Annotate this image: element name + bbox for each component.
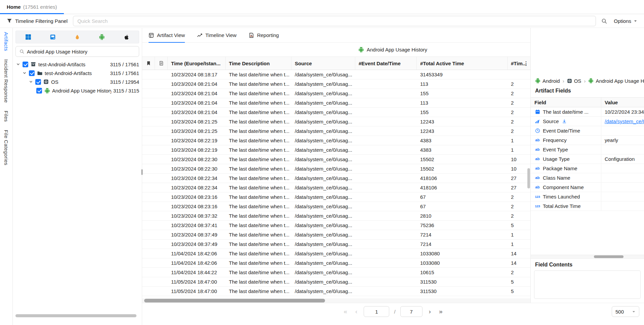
next-page-button[interactable]: › [427,306,433,317]
artifact-search-input[interactable] [27,49,135,55]
table-row[interactable]: 10/23/2024 08:37:41 The last date/time w… [142,221,530,230]
note-cell[interactable] [155,192,168,202]
note-cell[interactable] [155,249,168,258]
table-row[interactable]: 10/23/2024 08:21:04 The last date/time w… [142,98,530,108]
tree-node-folder[interactable]: test-Android-Artifacts 3115 / 17561 [15,69,139,77]
bookmark-cell[interactable] [142,211,155,220]
column-header-time[interactable]: Time (Europe/Istan... [168,57,226,70]
field-row[interactable]: ab Component Name [531,183,644,192]
note-cell[interactable] [155,108,168,117]
tab-home[interactable]: Home (17561 entries) [0,0,64,14]
bookmark-cell[interactable] [142,240,155,249]
column-header-source[interactable]: Source [291,57,355,70]
field-row[interactable]: Source /data/system_ce/0/ [531,117,644,126]
note-cell[interactable] [155,98,168,107]
table-row[interactable]: 10/23/2024 08:21:25 The last date/time w… [142,127,530,136]
table-row[interactable]: 10/23/2024 08:37:32 The last date/time w… [142,211,530,221]
note-cell[interactable] [155,136,168,145]
note-cell[interactable] [155,240,168,249]
horizontal-scrollbar-thumb[interactable] [144,299,325,302]
bookmark-cell[interactable] [142,117,155,126]
checkbox-checked[interactable] [36,88,42,94]
note-cell[interactable] [155,89,168,98]
column-header-time-description[interactable]: Time Description [226,57,291,70]
panel-resize-handle[interactable] [141,169,143,175]
first-page-button[interactable]: « [342,306,349,317]
note-cell[interactable] [155,183,168,192]
note-cell[interactable] [155,258,168,267]
side-tab[interactable]: File Categories [3,130,9,165]
bookmark-cell[interactable] [142,174,155,183]
checkbox-checked[interactable] [23,62,28,67]
options-button[interactable]: Options [612,18,639,24]
bookmark-cell[interactable] [142,249,155,258]
windows-icon[interactable] [16,31,40,43]
note-cell[interactable] [155,202,168,211]
bookmark-cell[interactable] [142,258,155,267]
table-row[interactable]: 10/23/2024 08:22:34 The last date/time w… [142,183,530,192]
table-row[interactable]: 11/04/2024 18:44:22 The last date/time w… [142,268,530,277]
note-cell[interactable] [155,117,168,126]
bookmark-cell[interactable] [142,183,155,192]
vertical-scrollbar-thumb[interactable] [527,168,530,188]
table-row[interactable]: 10/23/2024 08:23:16 The last date/time w… [142,192,530,202]
note-cell[interactable] [155,277,168,286]
prev-page-button[interactable]: ‹ [354,306,359,317]
note-cell[interactable] [155,79,168,88]
table-row[interactable]: 10/23/2024 08:21:04 The last date/time w… [142,89,530,98]
tree-node-case[interactable]: test-Android-Artifacts 3115 / 17561 [15,60,139,69]
breadcrumb-item-android-app-usage[interactable]: Android App Usage History [588,78,644,84]
table-row[interactable]: 10/23/2024 08:22:19 The last date/time w… [142,136,530,145]
table-row[interactable]: 11/05/2024 18:47:00 The last date/time w… [142,287,530,296]
note-cell[interactable] [155,221,168,230]
table-row[interactable]: 10/23/2024 08:21:25 The last date/time w… [142,117,530,127]
table-row[interactable]: 11/04/2024 18:42:06 The last date/time w… [142,258,530,268]
side-tab[interactable]: Files [3,111,9,122]
note-cell[interactable] [155,127,168,136]
droplet-icon[interactable] [65,31,89,43]
column-header-total-active-time[interactable]: #Total Active Time [417,57,508,70]
field-row[interactable]: ab Frequency yearly [531,136,644,145]
field-row[interactable]: Event Date/Time [531,126,644,136]
bookmark-cell[interactable] [142,164,155,173]
android-icon[interactable] [90,31,114,43]
note-cell[interactable] [155,70,168,79]
column-settings-icon[interactable]: ⋮ [522,57,530,70]
bookmark-cell[interactable] [142,230,155,239]
field-row[interactable]: 123 Times Launched [531,192,644,202]
checkbox-checked[interactable] [29,70,35,76]
chevron-down-icon[interactable] [29,80,33,84]
note-cell[interactable] [155,211,168,220]
chevron-down-icon[interactable] [23,71,27,75]
horizontal-scrollbar-track[interactable] [531,255,644,259]
bookmark-column-header[interactable] [142,57,155,70]
note-cell[interactable] [155,287,168,296]
side-tab[interactable]: Incident Response [3,59,9,103]
page-size-select[interactable]: 500 [612,306,639,317]
horizontal-scrollbar-thumb[interactable] [15,314,136,317]
bookmark-cell[interactable] [142,155,155,164]
bookmark-cell[interactable] [142,79,155,88]
timeline-filtering-panel-toggle[interactable]: Timeline Filtering Panel [7,18,68,24]
horizontal-scrollbar-thumb[interactable] [594,255,623,258]
chevron-down-icon[interactable] [16,62,21,66]
table-row[interactable]: 10/23/2024 08:22:34 The last date/time w… [142,174,530,183]
breadcrumb-item-android[interactable]: Android [535,78,560,84]
note-cell[interactable] [155,230,168,239]
table-row[interactable]: 11/05/2024 18:47:00 The last date/time w… [142,277,530,287]
side-tab[interactable]: Artifacts [3,32,9,51]
bookmark-cell[interactable] [142,89,155,98]
bookmark-cell[interactable] [142,221,155,230]
table-row[interactable]: 10/23/2024 08:37:49 The last date/time w… [142,240,530,249]
note-cell[interactable] [155,268,168,277]
disk-icon[interactable] [40,31,65,43]
tab-reporting[interactable]: Reporting [249,28,279,42]
quick-search-input[interactable] [73,16,596,26]
table-row[interactable]: 10/23/2024 08:21:04 The last date/time w… [142,108,530,117]
bookmark-cell[interactable] [142,127,155,136]
bookmark-cell[interactable] [142,277,155,286]
tree-node-android-app-usage-history[interactable]: Android App Usage History 3115 / 3115 [15,86,139,95]
field-row[interactable]: The last date/time ... 10/22/2024 23:34: [531,107,644,117]
field-row[interactable]: ab Class Name [531,173,644,183]
bookmark-cell[interactable] [142,108,155,117]
